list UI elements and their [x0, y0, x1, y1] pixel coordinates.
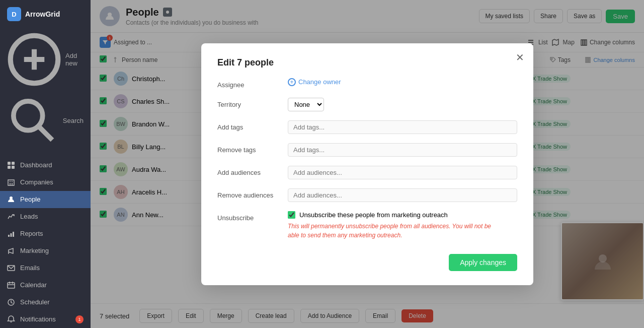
- assignee-row: Assignee + Change owner: [217, 78, 517, 89]
- remove-tags-label: Remove tags: [217, 143, 288, 154]
- add-tags-input[interactable]: [288, 120, 517, 134]
- svg-rect-15: [8, 235, 10, 237]
- sidebar-item-marketing[interactable]: Marketing: [0, 242, 91, 259]
- unsubscribe-checkbox[interactable]: [288, 211, 295, 219]
- scheduler-icon: [7, 298, 15, 306]
- sidebar-item-scheduler[interactable]: Scheduler: [0, 294, 91, 311]
- notification-badge: 1: [75, 315, 84, 323]
- bell-icon: [7, 315, 15, 323]
- marketing-icon: [7, 247, 15, 255]
- remove-tags-input[interactable]: [288, 143, 517, 157]
- search-label: Search: [63, 117, 84, 124]
- svg-line-4: [39, 127, 52, 140]
- remove-tags-field: [288, 143, 517, 157]
- territory-select[interactable]: None North South East West: [288, 98, 324, 111]
- svg-rect-9: [8, 180, 14, 185]
- add-audiences-label: Add audiences: [217, 166, 288, 176]
- logo-icon: D: [7, 7, 21, 21]
- sidebar-item-label: Scheduler: [20, 298, 50, 306]
- add-audiences-input[interactable]: [288, 166, 517, 179]
- plus-circle-icon: +: [288, 78, 296, 86]
- unsubscribe-checkbox-row: Unsubscribe these people from marketing …: [288, 211, 517, 219]
- svg-point-3: [14, 101, 43, 130]
- person-icon: [7, 195, 15, 204]
- sidebar-item-emails[interactable]: Emails: [0, 259, 91, 277]
- sidebar-item-dashboard[interactable]: Dashboard: [0, 157, 91, 174]
- modal-title: Edit 7 people: [217, 57, 517, 68]
- app-logo[interactable]: D ArrowGrid: [0, 0, 91, 28]
- add-tags-row: Add tags: [217, 120, 517, 134]
- svg-rect-20: [8, 283, 15, 288]
- sidebar-item-calendar[interactable]: Calendar: [0, 277, 91, 294]
- sidebar-item-label: Calendar: [20, 281, 47, 289]
- building-icon: [7, 178, 15, 186]
- sidebar-item-label: Emails: [20, 264, 40, 272]
- search-button[interactable]: Search: [0, 91, 91, 151]
- sidebar-item-label: Marketing: [20, 247, 49, 254]
- sidebar-item-companies[interactable]: Companies: [0, 174, 91, 191]
- sidebar-item-reports[interactable]: Reports: [0, 225, 91, 242]
- add-tags-field: [288, 120, 517, 134]
- svg-rect-16: [11, 233, 12, 237]
- unsubscribe-row: Unsubscribe Unsubscribe these people fro…: [217, 211, 517, 240]
- add-audiences-field: [288, 166, 517, 179]
- sidebar-item-label: Dashboard: [20, 161, 52, 169]
- unsubscribe-checkbox-label: Unsubscribe these people from marketing …: [299, 211, 448, 219]
- assignee-field: + Change owner: [288, 78, 517, 86]
- search-icon: [7, 95, 59, 147]
- sidebar-item-label: Notifications: [20, 315, 56, 323]
- sidebar: D ArrowGrid Add new Search Dashboard Com…: [0, 0, 91, 328]
- svg-rect-6: [12, 162, 15, 165]
- sidebar-item-label: Companies: [20, 178, 53, 186]
- add-new-button[interactable]: Add new: [0, 28, 91, 91]
- modal-overlay: Edit 7 people ✕ Assignee + Change owner …: [91, 0, 644, 328]
- unsubscribe-label: Unsubscribe: [217, 211, 288, 222]
- sidebar-item-label: Leads: [20, 213, 38, 220]
- add-new-label: Add new: [65, 52, 84, 67]
- edit-modal: Edit 7 people ✕ Assignee + Change owner …: [201, 43, 533, 285]
- plus-icon: [7, 32, 61, 87]
- chart-icon: [7, 230, 15, 238]
- svg-rect-17: [13, 232, 14, 237]
- sidebar-item-people[interactable]: People: [0, 191, 91, 208]
- change-owner-label: Change owner: [298, 78, 341, 86]
- svg-rect-8: [12, 166, 15, 169]
- modal-close-button[interactable]: ✕: [516, 51, 524, 63]
- email-icon: [7, 264, 15, 272]
- calendar-icon: [7, 281, 15, 289]
- app-name: ArrowGrid: [25, 10, 60, 18]
- main-content: People Contacts (or the individuals) you…: [91, 0, 644, 328]
- change-owner-button[interactable]: + Change owner: [288, 78, 341, 86]
- sidebar-item-label: People: [20, 195, 40, 203]
- unsubscribe-warning: This will permanently unsubscribe people…: [288, 222, 499, 240]
- dashboard-icon: [7, 161, 15, 169]
- modal-footer: Apply changes: [217, 249, 517, 271]
- remove-audiences-label: Remove audiences: [217, 188, 288, 199]
- remove-audiences-field: [288, 188, 517, 202]
- assignee-label: Assignee: [217, 78, 288, 89]
- add-tags-label: Add tags: [217, 120, 288, 131]
- add-audiences-row: Add audiences: [217, 166, 517, 179]
- unsubscribe-field: Unsubscribe these people from marketing …: [288, 211, 517, 240]
- sidebar-item-notifications[interactable]: Notifications 1: [0, 311, 91, 328]
- sidebar-item-leads[interactable]: Leads: [0, 208, 91, 225]
- apply-changes-button[interactable]: Apply changes: [449, 254, 517, 271]
- svg-rect-7: [8, 166, 11, 169]
- remove-audiences-row: Remove audiences: [217, 188, 517, 202]
- remove-audiences-input[interactable]: [288, 188, 517, 202]
- territory-field: None North South East West: [288, 98, 517, 111]
- remove-tags-row: Remove tags: [217, 143, 517, 157]
- territory-row: Territory None North South East West: [217, 98, 517, 111]
- territory-label: Territory: [217, 98, 288, 108]
- sidebar-item-label: Reports: [20, 230, 43, 237]
- svg-rect-5: [8, 162, 11, 165]
- leads-icon: [7, 213, 15, 221]
